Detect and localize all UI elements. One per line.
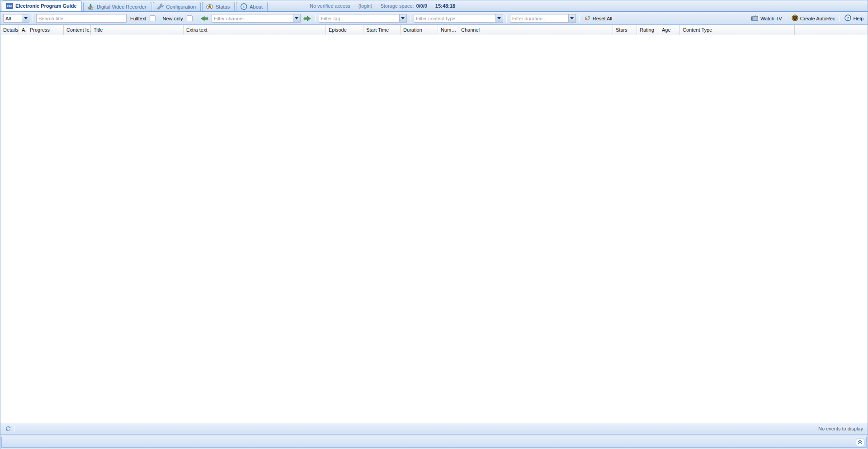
paging-toolbar: No events to display (0, 423, 868, 435)
storage-space-value: 0/0/0 (416, 0, 427, 11)
tab-label: Digital Video Recorder (97, 4, 146, 9)
create-autorec-button[interactable]: Create AutoRec (790, 14, 837, 23)
column-header-rating[interactable]: Rating (637, 25, 659, 35)
help-icon: ? (844, 14, 851, 22)
epg-grid-header: Details A… Progress Content Ic… Title Ex… (0, 25, 868, 35)
reset-icon (584, 14, 591, 22)
epg-grid-body (0, 35, 868, 423)
column-header-episode[interactable]: Episode (326, 25, 363, 35)
column-header-filler (795, 25, 868, 35)
grid-empty-status: No events to display (818, 426, 865, 431)
help-button[interactable]: ? Help (843, 14, 865, 23)
main-tab-bar: EPG Electronic Program Guide Digital Vid… (0, 0, 868, 12)
watch-tv-button[interactable]: Watch TV (750, 14, 783, 23)
wrench-icon (157, 3, 164, 10)
toolbar-separator (197, 15, 197, 22)
column-header-content-type[interactable]: Content Type (680, 25, 795, 35)
tab-digital-video-recorder[interactable]: Digital Video Recorder (83, 2, 151, 11)
column-header-details[interactable]: Details (0, 25, 19, 35)
column-header-channel[interactable]: Channel (458, 25, 613, 35)
eye-icon (206, 3, 213, 10)
expand-panel-button[interactable] (856, 439, 864, 446)
fulltext-label: Fulltext (130, 16, 146, 21)
prev-channel-arrow-icon[interactable] (200, 14, 209, 23)
toolbar-separator (787, 15, 787, 22)
toolbar-separator (410, 15, 410, 22)
column-header-age[interactable]: Age (659, 25, 680, 35)
toolbar-separator (14, 425, 14, 432)
toolbar-separator (506, 15, 507, 22)
fulltext-checkbox[interactable] (150, 15, 156, 21)
filter-content-type-combo[interactable] (414, 14, 503, 23)
tab-label: Configuration (166, 4, 196, 9)
filter-content-type-input[interactable] (414, 14, 495, 23)
tab-label: Status (216, 4, 230, 9)
toolbar-separator (840, 15, 840, 22)
access-status-text: No verified access (310, 0, 350, 11)
epg-filter-toolbar: All Fulltext New only (0, 12, 868, 25)
tvheadend-app: EPG Electronic Program Guide Digital Vid… (0, 0, 868, 449)
column-header-stars[interactable]: Stars (613, 25, 637, 35)
search-range-select[interactable]: All (3, 14, 29, 23)
chevron-down-icon[interactable] (293, 14, 301, 23)
new-only-checkbox[interactable] (187, 15, 193, 21)
tab-label: About (250, 4, 263, 9)
clock: 15:48:18 (435, 0, 455, 11)
search-title-input[interactable] (36, 14, 127, 23)
column-header-start-time[interactable]: Start Time (363, 25, 401, 35)
filter-duration-input[interactable] (510, 14, 568, 23)
chevron-down-icon[interactable] (495, 14, 503, 23)
tv-icon (751, 14, 759, 22)
tab-label: Electronic Program Guide (15, 3, 77, 9)
column-header-duration[interactable]: Duration (401, 25, 438, 35)
new-only-label: New only (162, 16, 183, 21)
storage-space-label: Storage space: (380, 0, 414, 11)
column-header-title[interactable]: Title (91, 25, 184, 35)
next-channel-arrow-icon[interactable] (303, 14, 312, 23)
column-header-progress[interactable]: Progress (27, 25, 64, 35)
login-link[interactable]: (login) (359, 0, 373, 11)
column-header-airs[interactable]: A… (19, 25, 27, 35)
filter-duration-combo[interactable] (510, 14, 576, 23)
search-range-value: All (3, 14, 22, 23)
svg-text:EPG: EPG (7, 5, 12, 8)
tab-electronic-program-guide[interactable]: EPG Electronic Program Guide (2, 0, 82, 11)
toolbar-separator (33, 15, 33, 22)
refresh-button[interactable] (3, 424, 13, 433)
tab-about[interactable]: About (236, 2, 268, 11)
info-icon (240, 3, 247, 10)
tab-configuration[interactable]: Configuration (153, 2, 201, 11)
chevron-down-icon[interactable] (568, 14, 576, 23)
tab-status[interactable]: Status (202, 2, 235, 11)
reset-all-button[interactable]: Reset All (583, 14, 613, 23)
toolbar-separator (315, 15, 316, 22)
filter-channel-combo[interactable] (212, 14, 301, 23)
autorec-icon (792, 14, 798, 22)
collapsed-details-panel (1, 437, 867, 448)
double-chevron-up-icon (858, 440, 863, 445)
column-header-number[interactable]: Num… (438, 25, 458, 35)
filter-tag-combo[interactable] (319, 14, 407, 23)
chevron-down-icon[interactable] (399, 14, 407, 23)
column-header-extra-text[interactable]: Extra text (184, 25, 326, 35)
chevron-down-icon[interactable] (22, 14, 29, 23)
filter-tag-input[interactable] (319, 14, 399, 23)
svg-text:?: ? (847, 16, 849, 20)
column-header-content-icon[interactable]: Content Ic… (64, 25, 91, 35)
filter-channel-input[interactable] (212, 14, 293, 23)
epg-icon: EPG (6, 2, 13, 9)
download-icon (87, 3, 94, 10)
toolbar-separator (579, 15, 580, 22)
